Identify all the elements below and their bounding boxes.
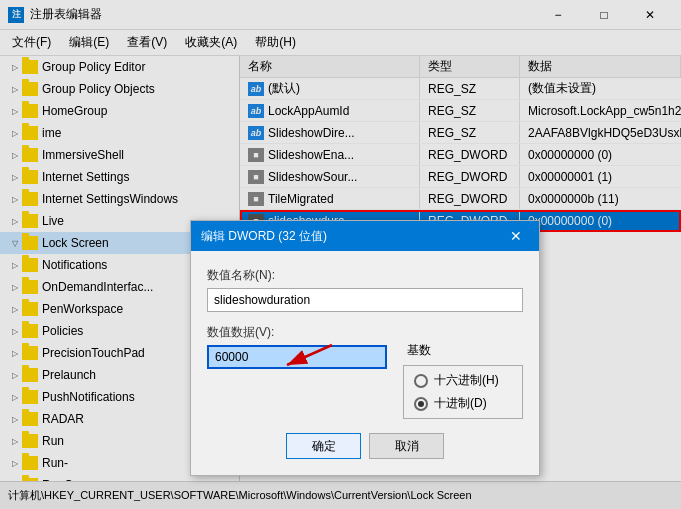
base-dec-option[interactable]: 十进制(D) (414, 395, 512, 412)
hex-radio[interactable] (414, 374, 428, 388)
data-input-section: 数值数据(V): (207, 324, 387, 381)
dialog-buttons: 确定 取消 (207, 433, 523, 459)
data-label: 数值数据(V): (207, 324, 387, 341)
dialog-title-bar: 编辑 DWORD (32 位值) ✕ (191, 221, 539, 251)
dialog-close-button[interactable]: ✕ (503, 223, 529, 249)
name-input[interactable] (207, 288, 523, 312)
dialog-overlay: 编辑 DWORD (32 位值) ✕ 数值名称(N): 数值数据(V): (0, 0, 681, 509)
dec-radio-selected (418, 401, 424, 407)
edit-dword-dialog: 编辑 DWORD (32 位值) ✕ 数值名称(N): 数值数据(V): (190, 220, 540, 476)
data-value-input[interactable] (207, 345, 387, 369)
cancel-button[interactable]: 取消 (369, 433, 444, 459)
dialog-title: 编辑 DWORD (32 位值) (201, 228, 503, 245)
base-section: 基数 十六进制(H) 十进制(D) (403, 342, 523, 419)
dialog-body: 数值名称(N): 数值数据(V): (191, 251, 539, 475)
base-label: 基数 (403, 342, 523, 359)
dialog-data-row: 数值数据(V): 基数 (207, 324, 523, 419)
base-hex-option[interactable]: 十六进制(H) (414, 372, 512, 389)
dec-radio[interactable] (414, 397, 428, 411)
name-label: 数值名称(N): (207, 267, 523, 284)
ok-button[interactable]: 确定 (286, 433, 361, 459)
